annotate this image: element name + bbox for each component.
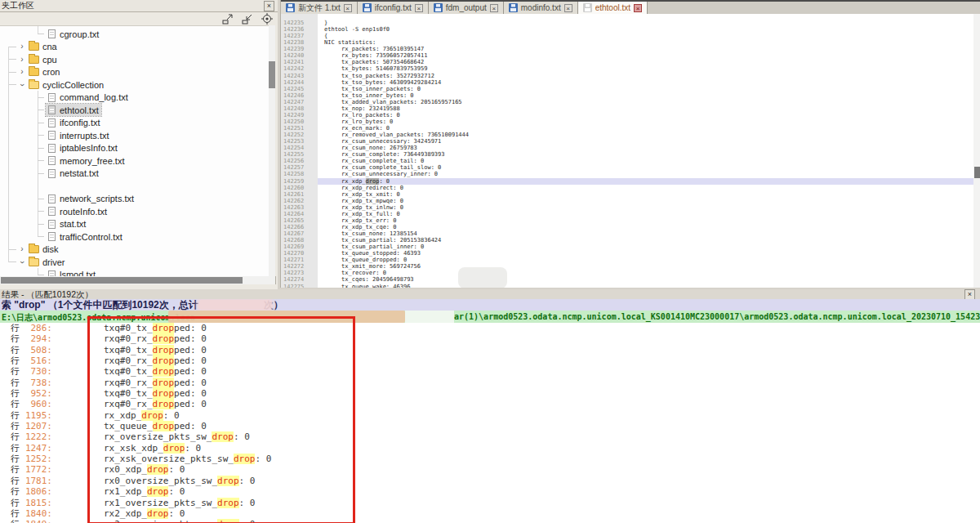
editor-line[interactable]: 142272 tx_xmit_more: 569724756 — [281, 263, 973, 270]
tree-vertical-scrollbar-thumb[interactable] — [269, 61, 275, 88]
tree-item-target[interactable]: ethtool.txt — [46, 104, 101, 116]
chevron-right-icon[interactable]: › — [18, 56, 26, 64]
editor-line[interactable]: 142240 rx_bytes: 735960572057411 — [281, 52, 973, 59]
tree-item-target[interactable]: stat.txt — [46, 218, 88, 230]
search-result-row[interactable]: 行1840:rx2_xdp_drop: 0 — [0, 508, 980, 519]
search-result-row[interactable]: 行1195:rx_xdp_drop: 0 — [0, 410, 980, 421]
search-result-row[interactable]: 行952:txq#0_tx_dropped: 0 — [0, 388, 980, 399]
tree-item-target[interactable]: memory_free.txt — [46, 154, 127, 167]
editor-line[interactable]: 142275 tx_queue_wake: 46396 — [281, 284, 973, 288]
editor-line[interactable]: 142239 rx_packets: 736510395147 — [281, 46, 973, 52]
editor-line[interactable]: 142237{ — [281, 33, 973, 39]
locate-current-file-icon[interactable] — [261, 13, 273, 25]
workspace-close-button[interactable]: × — [264, 1, 274, 11]
search-result-row[interactable]: 行1207:tx_queue_dropped: 0 — [0, 421, 980, 431]
tree-item-target[interactable]: iptablesInfo.txt — [46, 142, 120, 154]
tree-item-driver[interactable]: ›driver — [0, 256, 274, 269]
search-result-row[interactable]: 行730:txq#0_tx_dropped: 0 — [0, 366, 980, 377]
editor-line[interactable]: 142256 rx_csum_complete_tail: 0 — [281, 158, 973, 164]
tab-close-icon[interactable]: × — [344, 4, 352, 12]
tab-fdm-output[interactable]: fdm_output× — [429, 2, 504, 14]
editor-line[interactable]: 142260 rx_xdp_redirect: 0 — [281, 185, 973, 191]
tree-item-cron[interactable]: ›cron — [0, 66, 274, 79]
editor-line[interactable]: 142261 rx_xdp_tx_xmit: 0 — [281, 191, 973, 198]
editor-line[interactable]: 142274 tx_cqes: 204596498793 — [281, 276, 973, 283]
editor-line[interactable]: 142252 rx_removed_vlan_packets: 73651009… — [281, 132, 973, 138]
chevron-down-icon[interactable]: › — [18, 81, 26, 89]
tree-item-routeinfo-txt[interactable]: routeInfo.txt — [0, 205, 274, 218]
editor-line[interactable]: 142247 tx_added_vlan_packets: 2051659571… — [281, 99, 973, 105]
tree-item-target[interactable]: cyclicCollection — [26, 78, 106, 91]
editor-line[interactable]: 142269 tx_csum_partial_inner: 0 — [281, 244, 973, 250]
editor-line[interactable]: 142263 rx_xdp_tx_inlnw: 0 — [281, 204, 973, 211]
editor-line[interactable]: 142255 rx_csum_complete: 736449389393 — [281, 151, 973, 158]
search-result-row[interactable]: 行1772:rx0_xdp_drop: 0 — [0, 464, 980, 475]
tree-item-target[interactable]: netstat.txt — [46, 168, 101, 180]
editor-line[interactable]: 142271 tx_queue_dropped: 0 — [281, 257, 973, 263]
tree-item-target[interactable]: lsmod.txt — [46, 269, 98, 276]
editor-line[interactable]: 142244 tx_tso_bytes: 463099429284214 — [281, 79, 973, 86]
tree-item-network-scripts-txt[interactable]: network_scripts.txt — [0, 193, 274, 206]
editor-line[interactable]: 142250 rx_lro_bytes: 0 — [281, 118, 973, 125]
editor-vertical-scrollbar[interactable] — [973, 14, 980, 288]
tree-item-cycliccollection[interactable]: ›cyclicCollection — [0, 78, 274, 92]
tree-item-command-log-txt[interactable]: command_log.txt — [0, 92, 274, 105]
search-result-row[interactable]: 行960:rxq#0_rx_dropped: 0 — [0, 399, 980, 409]
tab-ethtool-txt[interactable]: ethtool.txt× — [578, 2, 648, 14]
tree-item-target[interactable]: routeInfo.txt — [46, 205, 109, 217]
editor-line[interactable]: 142242 tx_bytes: 514607839753959 — [281, 65, 973, 72]
search-result-row[interactable]: 行1806:rx1_xdp_drop: 0 — [0, 486, 980, 497]
tree-item-lsmod-txt[interactable]: lsmod.txt — [0, 269, 274, 277]
editor-body[interactable]: 142235}142236ethtool -S enp1s0f0142237{1… — [281, 14, 973, 288]
editor-line[interactable]: 142266 rx_xdp_tx_cqe: 0 — [281, 224, 973, 230]
tree-item-target[interactable]: cgroup.txt — [46, 28, 101, 40]
tab-ifconfig-txt[interactable]: ifconfig.txt× — [358, 2, 429, 14]
editor-line[interactable]: 142267 tx_csum_none: 12385154 — [281, 230, 973, 237]
tree-item-disk[interactable]: ›disk — [0, 244, 274, 257]
tab-close-icon[interactable]: × — [415, 4, 423, 12]
search-result-row[interactable]: 行738:rxq#0_rx_dropped: 0 — [0, 378, 980, 388]
editor-line[interactable]: 142248 tx_nop: 232419588 — [281, 105, 973, 112]
editor-line[interactable]: 142251 rx_ecn_mark: 0 — [281, 125, 973, 132]
tree-item-cgroup-txt[interactable]: cgroup.txt — [0, 28, 274, 41]
tree-item-ifconfig-txt[interactable]: ifconfig.txt — [0, 117, 274, 130]
tree-item-ethtool-txt[interactable]: ethtool.txt — [0, 104, 274, 117]
search-result-row[interactable]: 行1222:rx_oversize_pkts_sw_drop: 0 — [0, 431, 980, 442]
tab-close-icon[interactable]: × — [634, 4, 642, 12]
editor-line[interactable]: 142238NIC statistics: — [281, 39, 973, 46]
tree-horizontal-scrollbar[interactable] — [0, 276, 276, 284]
tree-item-trafficcontrol-txt[interactable]: trafficControl.txt — [0, 230, 274, 244]
tree-item-target[interactable]: network_scripts.txt — [46, 193, 136, 205]
chevron-right-icon[interactable]: › — [18, 42, 26, 51]
search-result-row[interactable]: 行286:txq#0_tx_dropped: 0 — [0, 323, 980, 333]
chevron-right-icon[interactable]: › — [18, 68, 26, 76]
editor-line[interactable]: 142257 rx_csum_complete_tail_slow: 0 — [281, 164, 973, 171]
tree-vertical-scrollbar[interactable] — [269, 25, 275, 276]
tree-item-target[interactable]: ifconfig.txt — [46, 117, 103, 129]
tree-item-memory-free-txt[interactable]: memory_free.txt — [0, 154, 274, 168]
editor-line[interactable]: 142254 rx_csum_none: 26759783 — [281, 145, 973, 151]
collapse-all-icon[interactable] — [242, 14, 254, 25]
editor-line[interactable]: 142258 rx_csum_unnecessary_inner: 0 — [281, 171, 973, 177]
search-result-row[interactable]: 行1781:rx0_oversize_pkts_sw_drop: 0 — [0, 476, 980, 486]
editor-line[interactable]: 142249 rx_lro_packets: 0 — [281, 112, 973, 118]
tab-close-icon[interactable]: × — [564, 4, 572, 12]
editor-line[interactable]: 142265 rx_xdp_tx_err: 0 — [281, 217, 973, 224]
editor-line[interactable]: 142270 tx_queue_stopped: 46393 — [281, 250, 973, 257]
tree-item-target[interactable]: interrupts.txt — [46, 129, 112, 141]
tree-item-target[interactable]: cpu — [26, 53, 60, 65]
tree-item-target[interactable]: driver — [26, 256, 68, 268]
editor-line[interactable]: 142236ethtool -S enp1s0f0 — [281, 26, 973, 33]
tree-item-target[interactable]: command_log.txt — [46, 92, 131, 104]
editor-vertical-scrollbar-thumb[interactable] — [974, 167, 980, 178]
editor-line[interactable]: 142273 tx_recover: 0 — [281, 270, 973, 276]
tree-item-redacted[interactable] — [0, 180, 274, 193]
chevron-right-icon[interactable]: › — [18, 245, 26, 253]
editor-line[interactable]: 142243 tx_tso_packets: 35272932712 — [281, 73, 973, 79]
editor-line[interactable]: 142235} — [281, 20, 973, 26]
search-result-row[interactable]: 行1815:rx1_oversize_pkts_sw_drop: 0 — [0, 498, 980, 508]
search-result-row[interactable]: 行1247:rx_xsk_xdp_drop: 0 — [0, 443, 980, 454]
editor-line[interactable]: 142268 tx_csum_partial: 205153836424 — [281, 237, 973, 244]
editor-line[interactable]: 142264 rx_xdp_tx_full: 0 — [281, 211, 973, 217]
tree-item-cpu[interactable]: ›cpu — [0, 53, 274, 66]
